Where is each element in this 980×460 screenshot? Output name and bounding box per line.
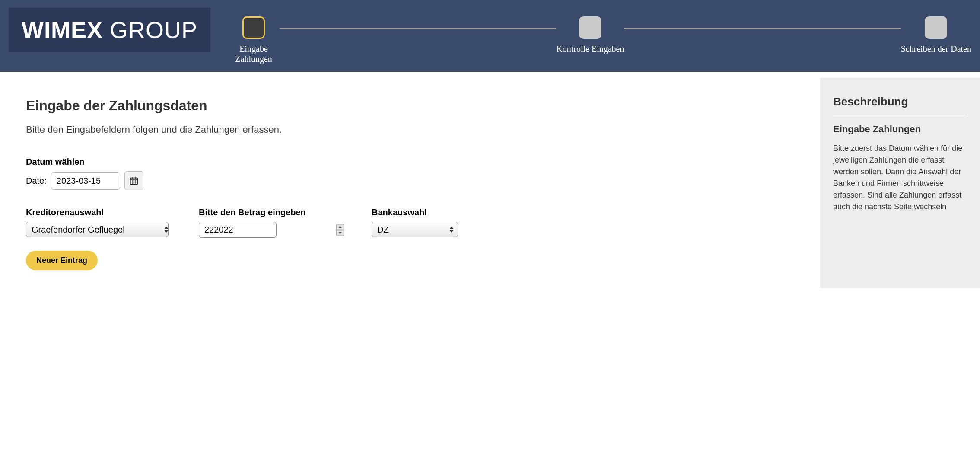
bank-field-group: Bankauswahl DZ — [372, 208, 458, 238]
sidebar: Beschreibung Eingabe Zahlungen Bitte zue… — [820, 78, 980, 288]
sidebar-text: Bitte zuerst das Datum wählen für die je… — [833, 143, 967, 213]
calendar-icon — [129, 176, 139, 185]
step-box — [925, 16, 947, 39]
amount-field-group: Bitte den Betrag eingeben — [199, 208, 346, 238]
page-subtitle: Bitte den Eingabefeldern folgen und die … — [26, 124, 811, 135]
step-kontrolle-eingaben[interactable]: Kontrolle Eingaben — [556, 16, 624, 54]
step-connector — [624, 28, 900, 29]
creditor-label: Kreditorenauswahl — [26, 208, 173, 217]
step-label: Eingabe Zahlungen — [228, 44, 280, 64]
amount-input-wrapper — [199, 222, 346, 238]
step-box — [579, 16, 601, 39]
amount-input[interactable] — [199, 222, 277, 238]
step-connector — [280, 28, 556, 29]
bank-select[interactable]: DZ — [372, 222, 458, 237]
svg-rect-0 — [130, 178, 138, 185]
date-field-group: Datum wählen Date: — [26, 157, 811, 190]
logo-light: GROUP — [110, 17, 197, 43]
step-label: Schreiben der Daten — [901, 44, 971, 54]
date-input[interactable] — [51, 172, 120, 190]
new-entry-button[interactable]: Neuer Eintrag — [26, 251, 98, 270]
creditor-select-wrapper: Graefendorfer Gefluegel — [26, 222, 173, 237]
logo: WIMEX GROUP — [9, 8, 210, 52]
sidebar-title: Beschreibung — [833, 95, 967, 115]
bank-select-wrapper: DZ — [372, 222, 458, 237]
date-row: Date: — [26, 171, 811, 190]
step-schreiben-der-daten[interactable]: Schreiben der Daten — [901, 16, 971, 54]
creditor-field-group: Kreditorenauswahl Graefendorfer Gefluege… — [26, 208, 173, 238]
amount-label: Bitte den Betrag eingeben — [199, 208, 346, 217]
bank-label: Bankauswahl — [372, 208, 458, 217]
calendar-button[interactable] — [124, 171, 143, 190]
content-wrapper: Eingabe der Zahlungsdaten Bitte den Eing… — [0, 72, 980, 288]
page-title: Eingabe der Zahlungsdaten — [26, 98, 811, 114]
date-prefix: Date: — [26, 176, 47, 186]
logo-bold: WIMEX — [22, 17, 103, 43]
spinner-arrows-icon — [336, 224, 344, 236]
main-content: Eingabe der Zahlungsdaten Bitte den Eing… — [0, 72, 820, 288]
step-label: Kontrolle Eingaben — [556, 44, 624, 54]
stepper: Eingabe Zahlungen Kontrolle Eingaben Sch… — [228, 8, 971, 64]
header: WIMEX GROUP Eingabe Zahlungen Kontrolle … — [0, 0, 980, 72]
date-label: Datum wählen — [26, 157, 811, 167]
step-eingabe-zahlungen[interactable]: Eingabe Zahlungen — [228, 16, 280, 64]
step-box-active — [242, 16, 265, 39]
sidebar-subtitle: Eingabe Zahlungen — [833, 124, 967, 135]
creditor-select[interactable]: Graefendorfer Gefluegel — [26, 222, 169, 237]
form-row: Kreditorenauswahl Graefendorfer Gefluege… — [26, 208, 811, 238]
logo-text: WIMEX GROUP — [22, 17, 197, 43]
